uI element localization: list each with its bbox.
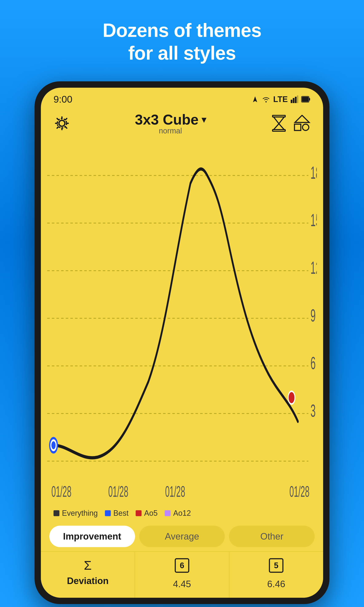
stat-3: 5 6.46 [229,552,323,598]
svg-text:5: 5 [274,561,278,570]
svg-rect-2 [291,100,292,103]
svg-rect-7 [309,98,310,101]
svg-marker-0 [253,96,257,102]
status-time: 9:00 [53,93,72,105]
battery-icon [301,95,311,103]
cube-title-text: 3x3 Cube [135,111,198,128]
svg-marker-13 [295,115,309,122]
gear-icon [53,115,70,132]
legend-everything: Everything [53,509,98,518]
phone-device: 9:00 LTE [35,81,329,604]
shapes-icon [294,115,311,132]
stat2-value: 4.45 [173,579,191,589]
legend-label-everything: Everything [62,509,98,518]
svg-rect-4 [295,97,297,103]
svg-text:3: 3 [311,401,315,420]
stat2-icon: 6 [175,558,189,576]
legend-dot-best [105,510,111,516]
tab-other[interactable]: Other [229,526,315,547]
headline-line2: for all styles [103,42,261,65]
cube-subtitle: normal [159,126,182,135]
app-header: 3x3 Cube ▾ normal [41,107,323,140]
stat3-value: 6.46 [267,579,286,589]
puzzle-selector[interactable]: 3x3 Cube ▾ normal [135,111,206,135]
tab-improvement[interactable]: Improvement [49,526,135,547]
grid5-icon: 5 [269,558,284,573]
svg-text:9: 9 [311,306,315,325]
sigma-icon: Σ [84,558,92,573]
svg-text:6: 6 [180,561,184,570]
svg-text:18: 18 [311,163,317,182]
legend-label-ao12: Ao12 [173,509,191,518]
svg-text:12: 12 [311,258,317,277]
line-chart: 18 15 12 9 6 3 01/28 01/28 01/28 01/28 [47,144,317,501]
headline-line1: Dozens of themes [103,19,261,42]
stat3-icon: 5 [269,558,284,576]
timer-icon [272,115,286,132]
svg-point-30 [52,441,56,449]
svg-text:01/28: 01/28 [108,483,128,500]
status-icons: LTE [251,95,311,104]
legend-dot-everything [53,510,59,516]
shapes-button[interactable] [294,115,311,132]
settings-button[interactable] [53,115,70,132]
chart-area: 18 15 12 9 6 3 01/28 01/28 01/28 01/28 [47,140,317,505]
svg-rect-12 [273,130,285,131]
chart-legend: Everything Best Ao5 Ao12 [41,505,323,521]
svg-point-9 [59,120,65,126]
dropdown-arrow-icon: ▾ [202,114,206,125]
stats-tabs: Improvement Average Other [41,521,323,551]
svg-text:01/28: 01/28 [52,483,71,500]
svg-text:6: 6 [311,353,315,373]
wifi-icon [262,95,270,103]
legend-label-ao5: Ao5 [144,509,157,518]
tab-average[interactable]: Average [139,526,225,547]
stats-row: Σ Deviation 6 4.45 5 [41,551,323,598]
svg-text:15: 15 [311,211,317,230]
header-action-icons [271,115,311,132]
svg-point-15 [302,124,309,131]
svg-point-1 [265,101,267,102]
legend-dot-ao12 [165,510,171,516]
timer-button[interactable] [271,115,287,132]
legend-dot-ao5 [136,510,142,516]
signal-bars-icon [291,95,298,103]
signal-icon [251,95,259,103]
phone-screen: 9:00 LTE [41,88,323,598]
legend-ao12: Ao12 [165,509,191,518]
legend-best: Best [105,509,129,518]
status-bar: 9:00 LTE [41,88,323,107]
svg-rect-3 [293,98,295,103]
legend-label-best: Best [113,509,129,518]
deviation-label: Deviation [67,576,109,586]
lte-label: LTE [273,95,288,104]
svg-text:01/28: 01/28 [165,483,185,500]
grid-icon: 6 [175,558,189,573]
svg-rect-8 [302,97,309,102]
svg-rect-5 [297,95,298,103]
legend-ao5: Ao5 [136,509,157,518]
stat-deviation: Σ Deviation [41,552,135,598]
svg-point-31 [288,391,295,404]
svg-rect-11 [273,115,285,117]
stat-2: 6 4.45 [135,552,229,598]
headline: Dozens of themes for all styles [103,19,261,65]
svg-rect-14 [295,124,301,131]
svg-text:01/28: 01/28 [289,483,310,500]
